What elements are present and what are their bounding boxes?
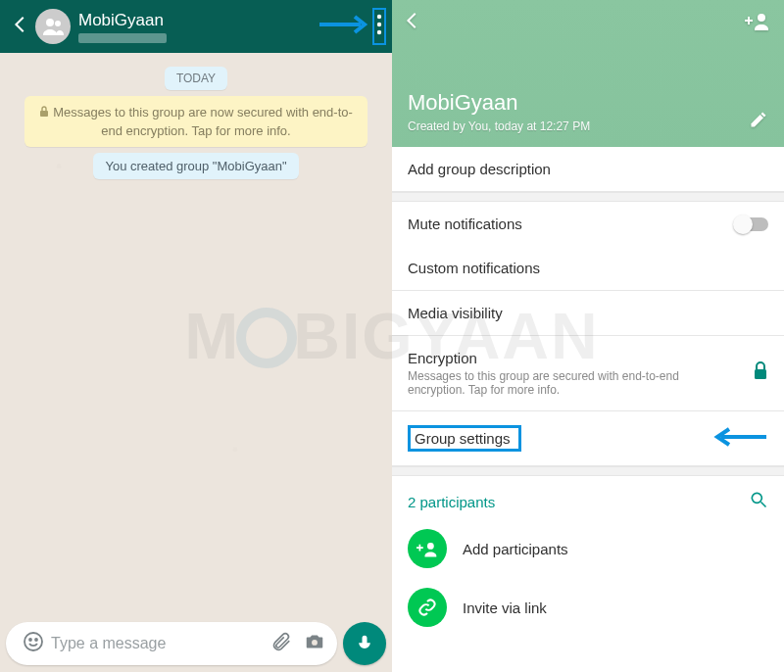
media-visibility-row[interactable]: Media visibility (392, 291, 784, 336)
back-icon[interactable] (6, 10, 33, 43)
more-menu-icon[interactable] (372, 8, 386, 45)
group-settings-label: Group settings (411, 428, 514, 449)
add-participants-row[interactable]: Add participants (392, 519, 784, 578)
custom-notifications-row[interactable]: Custom notifications (392, 246, 784, 291)
chat-header: MobiGyaan (0, 0, 392, 53)
header-subtitle-placeholder (78, 33, 167, 43)
message-input[interactable] (51, 635, 265, 652)
svg-point-5 (377, 30, 381, 34)
svg-point-4 (377, 23, 381, 26)
mic-button[interactable] (343, 622, 386, 665)
encryption-notice-text: Messages to this group are now secured w… (53, 105, 353, 138)
lock-icon (39, 105, 49, 122)
custom-notif-label: Custom notifications (408, 260, 540, 276)
lock-icon (753, 361, 768, 385)
add-member-icon[interactable] (745, 11, 770, 34)
svg-point-3 (377, 15, 381, 19)
link-icon (408, 588, 447, 627)
add-participants-label: Add participants (463, 541, 568, 557)
encryption-sublabel: Messages to this group are secured with … (408, 369, 753, 397)
svg-point-0 (46, 19, 54, 26)
encryption-notice[interactable]: Messages to this group are now secured w… (24, 96, 368, 147)
svg-line-15 (761, 503, 766, 507)
participants-count: 2 participants (408, 494, 495, 510)
mute-notifications-row[interactable]: Mute notifications (392, 202, 784, 246)
svg-point-14 (752, 493, 761, 503)
svg-point-10 (312, 640, 318, 646)
highlight-box: Group settings (408, 425, 521, 452)
message-input-pill (6, 622, 337, 665)
group-settings-row[interactable]: Group settings (392, 411, 784, 466)
svg-rect-6 (40, 111, 48, 117)
section-gap (392, 466, 784, 476)
group-avatar[interactable] (35, 9, 71, 44)
emoji-icon[interactable] (16, 624, 51, 663)
section-gap (392, 192, 784, 202)
search-icon[interactable] (749, 490, 768, 513)
message-input-bar (6, 621, 386, 666)
svg-point-1 (55, 21, 61, 26)
participants-header: 2 participants (392, 476, 784, 519)
edit-icon[interactable] (749, 110, 768, 133)
group-info-screen: MobiGyaan Created by You, today at 12:27… (392, 0, 784, 672)
chat-screen: MobiGyaan TODAY Messages to this group a… (0, 0, 392, 672)
add-description-label: Add group description (408, 161, 551, 177)
svg-point-7 (24, 633, 42, 650)
attach-icon[interactable] (265, 625, 298, 662)
invite-link-row[interactable]: Invite via link (392, 578, 784, 637)
encryption-row[interactable]: Encryption Messages to this group are se… (392, 336, 784, 411)
encryption-label: Encryption (408, 350, 753, 366)
add-description-row[interactable]: Add group description (392, 147, 784, 192)
mute-label: Mute notifications (408, 216, 522, 232)
back-icon[interactable] (402, 10, 423, 35)
svg-point-8 (29, 639, 31, 641)
header-title-block[interactable]: MobiGyaan (78, 11, 318, 43)
svg-point-16 (427, 543, 434, 550)
group-name: MobiGyaan (78, 11, 318, 30)
svg-point-9 (35, 639, 37, 641)
svg-point-11 (758, 14, 765, 22)
group-info-header: MobiGyaan Created by You, today at 12:27… (392, 0, 784, 147)
group-created-subtitle: Created by You, today at 12:27 PM (408, 120, 590, 133)
camera-icon[interactable] (298, 625, 331, 662)
invite-link-label: Invite via link (463, 600, 547, 616)
date-chip: TODAY (165, 67, 227, 90)
add-person-icon (408, 529, 447, 568)
system-message: You created group "MobiGyaan" (93, 153, 298, 179)
svg-rect-12 (755, 369, 766, 379)
group-title: MobiGyaan (408, 90, 590, 116)
mute-toggle[interactable] (735, 217, 768, 231)
annotation-arrow-left (708, 426, 768, 452)
annotation-arrow-right (318, 13, 372, 40)
media-visibility-label: Media visibility (408, 305, 503, 321)
chat-body[interactable]: TODAY Messages to this group are now sec… (0, 53, 392, 619)
